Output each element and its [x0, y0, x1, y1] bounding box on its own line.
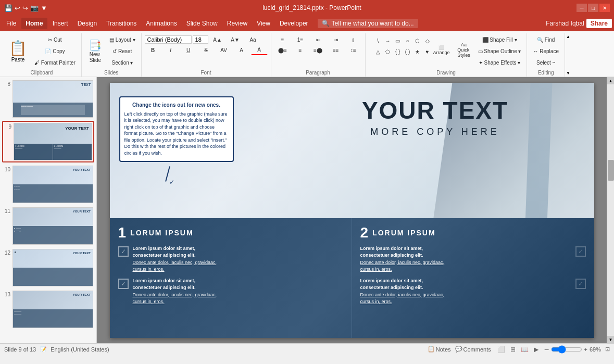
shape-effects-button[interactable]: ✦ Shape Effects ▾ — [475, 57, 524, 68]
bullets-button[interactable]: ≡ — [274, 34, 291, 45]
menu-animations[interactable]: Animations — [142, 18, 181, 29]
minimize-button[interactable]: ─ — [577, 4, 587, 12]
shape-fill-button[interactable]: ⬛ Shape Fill ▾ — [475, 34, 524, 45]
decrease-indent-button[interactable]: ⇤ — [310, 34, 327, 45]
normal-view-button[interactable]: ⬜ — [495, 346, 507, 353]
menu-view[interactable]: View — [253, 18, 274, 29]
slide-thumb-10[interactable]: 10 YOUR TEXT ─ ─ ── ─ ─ — [2, 165, 94, 204]
arrange-button[interactable]: ⬜ Arrange — [431, 34, 453, 66]
language: English (United States) — [51, 346, 109, 353]
clear-format-button[interactable]: Aa — [245, 34, 261, 45]
menu-transitions[interactable]: Transitions — [102, 18, 141, 29]
screenshot-icon[interactable]: 📷 — [30, 4, 39, 12]
ribbon-up[interactable]: ▲ — [566, 34, 571, 39]
find-button[interactable]: 🔍 Find — [530, 34, 561, 45]
font-size-increase[interactable]: A▲ — [209, 34, 226, 45]
slide-panel: 8 TEXT ═══ ═══ 9 YOUR TEXT 1 LOREM───── … — [0, 77, 97, 343]
zoom-plus[interactable]: + — [584, 346, 587, 353]
slide-thumb-12[interactable]: 12 ★ YOUR TEXT ────────── — [2, 248, 94, 287]
increase-indent-button[interactable]: ⇥ — [328, 34, 344, 45]
new-slide-button[interactable]: 📑 NewSlide — [85, 35, 106, 67]
save-icon[interactable]: 💾 — [4, 4, 12, 12]
content-col-1: 1 LORUM IPSUM Lorem ipsum dolor sit amet… — [110, 218, 352, 338]
scroll-down-button[interactable]: ▼ — [607, 336, 615, 343]
undo-icon[interactable]: ↩ — [15, 4, 20, 12]
quick-styles-button[interactable]: Aa QuickStyles — [454, 34, 474, 66]
scroll-thumb[interactable] — [608, 160, 614, 181]
columns-button[interactable]: ⫿ — [345, 34, 362, 45]
reading-view-button[interactable]: 📖 — [519, 346, 531, 353]
menu-file[interactable]: File — [2, 18, 20, 29]
slides-label: Slides — [85, 69, 138, 76]
status-bar: Slide 9 of 13 📝 English (United States) … — [0, 343, 614, 355]
menu-design[interactable]: Design — [73, 18, 101, 29]
scroll-up-button[interactable]: ▲ — [607, 77, 615, 84]
slide-show-button[interactable]: ▶ — [532, 346, 541, 353]
slide-thumb-13[interactable]: 13 YOUR TEXT ────────── — [2, 290, 94, 329]
strikethrough-button[interactable]: S — [198, 45, 215, 55]
ribbon-down[interactable]: ▼ — [566, 71, 571, 76]
line-spacing-button[interactable]: ↕≡ — [345, 45, 362, 55]
zoom-minus[interactable]: ─ — [545, 346, 549, 353]
reset-button[interactable]: ↺ Reset — [107, 46, 138, 56]
zoom-slider[interactable]: ─ + 69% — [545, 345, 601, 354]
slide-img-8: TEXT ═══ ═══ — [12, 80, 93, 118]
slide-thumb-11[interactable]: 11 YOUR TEXT ● ── ●● ── ● — [2, 206, 94, 246]
window-controls[interactable]: ─ □ ✕ — [577, 4, 610, 12]
slides-row: 📑 NewSlide ▤ Layout ▾ ↺ Reset Section ▾ — [85, 34, 138, 68]
format-painter-button[interactable]: 🖌 Format Painter — [32, 57, 78, 68]
font-size-field[interactable]: 18 — [193, 35, 208, 44]
arrange-icon: ⬜ — [438, 45, 444, 50]
vertical-scrollbar: ▲ ▼ — [607, 77, 614, 343]
font-size-decrease[interactable]: A▼ — [227, 34, 244, 45]
cut-button[interactable]: ✂ Cut — [32, 34, 78, 45]
slide-thumb-9[interactable]: 9 YOUR TEXT 1 LOREM───── 2 LOREM───── — [2, 121, 94, 162]
font-name-field[interactable]: Calibri (Body) — [145, 35, 192, 44]
share-button[interactable]: Share — [586, 19, 612, 28]
numbering-button[interactable]: 1≡ — [292, 34, 309, 45]
slides-sub: ▤ Layout ▾ ↺ Reset Section ▾ — [107, 34, 138, 68]
menu-insert[interactable]: Insert — [48, 18, 72, 29]
comments-button[interactable]: 💬 Comments — [455, 346, 491, 353]
section-button[interactable]: Section ▾ — [107, 57, 138, 68]
paste-button[interactable]: 📋 Paste — [5, 34, 31, 68]
align-left-button[interactable]: ⬤≡ — [274, 45, 291, 55]
shape-outline-button[interactable]: ▭ Shape Outline ▾ — [475, 46, 524, 56]
kerning-button[interactable]: AV — [216, 45, 232, 55]
redo-icon[interactable]: ↪ — [22, 4, 28, 12]
underline-button[interactable]: U — [180, 45, 197, 55]
align-center-button[interactable]: ≡ — [292, 45, 309, 55]
menu-developer[interactable]: Developer — [275, 18, 312, 29]
replace-button[interactable]: ↔ Replace — [530, 46, 561, 56]
text-shadow-button[interactable]: A — [233, 45, 250, 55]
slide-info: Slide 9 of 13 — [4, 346, 36, 353]
bold-button[interactable]: B — [145, 45, 161, 55]
menu-slideshow[interactable]: Slide Show — [182, 18, 222, 29]
menu-review[interactable]: Review — [223, 18, 252, 29]
title-bar: 💾 ↩ ↪ 📷 ▼ lucid_grid_21814.pptx - PowerP… — [0, 0, 614, 16]
zoom-range[interactable] — [551, 345, 582, 354]
italic-button[interactable]: I — [162, 45, 179, 55]
select-button[interactable]: Select ~ — [530, 57, 561, 68]
dropdown-icon[interactable]: ▼ — [41, 4, 47, 12]
tell-me-box[interactable]: 🔍 Tell me what you want to do... — [318, 19, 418, 28]
checkbox-icon-1 — [118, 246, 129, 257]
align-right-button[interactable]: ≡⬤ — [310, 45, 327, 55]
layout-button[interactable]: ▤ Layout ▾ — [107, 34, 138, 45]
font-color-button[interactable]: A — [251, 45, 268, 55]
ribbon: 📋 Paste ✂ Cut 📄 Copy 🖌 Format Painter Cl… — [0, 31, 614, 77]
maximize-button[interactable]: □ — [588, 4, 598, 12]
slide-subtitle: MORE COPY HERE — [339, 127, 532, 137]
fit-button[interactable]: ⊡ — [605, 346, 610, 353]
paragraph-row1: ≡ 1≡ ⇤ ⇥ ⫿ — [274, 34, 362, 45]
shape-effects-col: ⬛ Shape Fill ▾ ▭ Shape Outline ▾ ✦ Shape… — [475, 34, 524, 68]
justify-button[interactable]: ≡≡ — [328, 45, 344, 55]
title-bar-left-icons[interactable]: 💾 ↩ ↪ 📷 ▼ — [4, 4, 47, 12]
menu-home[interactable]: Home — [21, 18, 47, 29]
notes-button[interactable]: 📋 Notes — [428, 346, 451, 353]
slide-thumb-8[interactable]: 8 TEXT ═══ ═══ — [2, 79, 94, 119]
copy-button[interactable]: 📄 Copy — [32, 46, 78, 56]
drawing-row: \ → ▭ ○ ⬡ ◇ △ ⬠ { } ( ) ★ ♥ ⬜ Arrange Aa… — [369, 34, 524, 68]
close-button[interactable]: ✕ — [599, 4, 610, 12]
slide-sorter-button[interactable]: ⊞ — [508, 346, 518, 353]
